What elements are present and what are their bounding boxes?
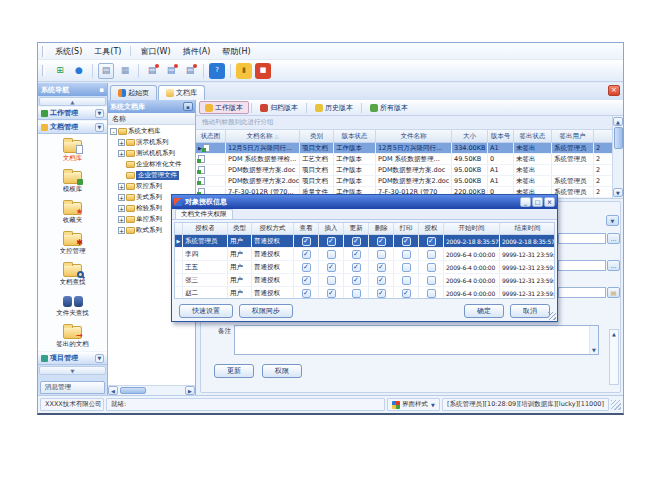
tree-node-双控系列[interactable]: +双控系列 (108, 181, 195, 192)
checkbox-checked[interactable]: ✓ (327, 263, 336, 272)
permission-row[interactable]: 赵二用户普通授权✓✓✓✓2009-6-4 0:00:009999-12-31 2… (175, 287, 554, 299)
menu-item[interactable]: 工具(T) (88, 44, 127, 59)
sidebar-scroll-down-button[interactable]: ▼ (39, 366, 106, 375)
minimize-icon[interactable]: _ (520, 197, 531, 207)
checkbox-unchecked[interactable] (402, 250, 411, 259)
checkbox-checked[interactable]: ✓ (402, 237, 411, 246)
globe-icon[interactable]: ● (71, 63, 87, 79)
tree-node-系统文档库[interactable]: -系统文档库 (108, 126, 195, 137)
tree-expander-icon[interactable]: + (118, 194, 125, 201)
doc-mail-icon[interactable]: ▤ (182, 63, 198, 79)
folder-icon[interactable]: ▤ (98, 63, 114, 79)
checkbox-checked[interactable]: ✓ (327, 289, 336, 298)
tree-node-企业管理文件[interactable]: 企业管理文件 (108, 170, 195, 181)
chevron-icon[interactable]: ▼ (95, 123, 104, 132)
scrollbar-thumb[interactable] (614, 127, 623, 149)
group-by-bar[interactable]: 拖动列标题到此进行分组 (196, 116, 612, 130)
sidebar-item-文控管理[interactable]: ✱文控管理 (38, 229, 107, 260)
permission-button[interactable]: 权限 (262, 364, 302, 378)
column-header-大小[interactable]: 大小 (452, 130, 488, 142)
doc-sync-icon[interactable]: ▤ (163, 63, 179, 79)
tab-所有版本[interactable]: 所有版本 (364, 101, 414, 114)
tree-expander-icon[interactable]: + (118, 227, 125, 234)
permission-sync-button[interactable]: 权限同步 (239, 304, 293, 318)
chevron-down-icon[interactable]: ▼ (95, 354, 104, 363)
form-input[interactable] (558, 260, 606, 271)
column-header-插入[interactable]: 插入 (319, 223, 344, 234)
checkbox-checked[interactable]: ✓ (327, 237, 336, 246)
checkbox-unchecked[interactable] (402, 263, 411, 272)
close-icon[interactable]: × (544, 197, 555, 207)
column-header-签出用户[interactable]: 签出用户 (552, 130, 594, 142)
sidebar-scroll-up-button[interactable]: ▲ (39, 97, 106, 106)
tree-horizontal-scrollbar[interactable]: ◀ ▶ (108, 385, 195, 395)
tree-column-header[interactable]: 名称 (108, 113, 195, 125)
checkbox-checked[interactable]: ✓ (402, 289, 411, 298)
tree-pin-button[interactable]: ▪ (183, 102, 193, 111)
form-input[interactable] (558, 233, 606, 244)
sidebar-item-签出的文档[interactable]: →签出的文档 (38, 322, 107, 351)
column-header-删除[interactable]: 删除 (369, 223, 394, 234)
collapse-panel-button[interactable]: ▼ (606, 215, 619, 226)
checkbox-unchecked[interactable] (327, 250, 336, 259)
scroll-left-icon[interactable]: ◀ (108, 386, 118, 395)
checkbox-checked[interactable]: ✓ (427, 237, 436, 246)
column-header-签出状态[interactable]: 签出状态 (514, 130, 552, 142)
tree-expander-icon[interactable]: + (118, 183, 125, 190)
tab-工作版本[interactable]: 工作版本 (199, 101, 249, 114)
sidebar-item-收藏夹[interactable]: ★收藏夹 (38, 198, 107, 229)
column-header-授权者[interactable]: 授权者 (183, 223, 228, 234)
tab-归档版本[interactable]: 归档版本 (254, 101, 304, 114)
menu-item[interactable]: 窗口(W) (134, 44, 176, 59)
ellipsis-button[interactable]: … (607, 233, 620, 244)
column-header-查看[interactable]: 查看 (294, 223, 319, 234)
checkbox-unchecked[interactable] (327, 276, 336, 285)
remark-textarea[interactable]: ▼ (234, 325, 599, 355)
lock-icon[interactable]: ▮ (236, 63, 252, 79)
sidebar-item-文件夹查找[interactable]: 文件夹查找 (38, 291, 107, 322)
sidebar-group-project[interactable]: 项目管理 ▼ (38, 351, 107, 365)
permission-row[interactable]: 王五用户普通授权✓✓✓✓2009-6-4 0:00:009999-12-31 2… (175, 261, 554, 274)
resize-grip[interactable] (611, 400, 621, 410)
checkbox-unchecked[interactable] (427, 250, 436, 259)
doc-table-row[interactable]: PDM数据整理方案.doc项目文档工作版本PDM数据整理方案.doc95.00K… (196, 165, 612, 176)
tab-起始页[interactable]: 起始页 (110, 85, 157, 100)
tree-node-企业标准化文件[interactable]: 企业标准化文件 (108, 159, 195, 170)
help-icon[interactable]: ? (209, 63, 225, 79)
tree-node-演示机系列[interactable]: +演示机系列 (108, 137, 195, 148)
scroll-right-icon[interactable]: ▶ (185, 386, 195, 395)
checkbox-checked[interactable]: ✓ (377, 276, 386, 285)
column-header-授权方式[interactable]: 授权方式 (252, 223, 294, 234)
checkbox-unchecked[interactable] (427, 289, 436, 298)
update-button[interactable]: 更新 (214, 364, 254, 378)
column-header-文档名称[interactable]: 文档名称△ (226, 130, 300, 142)
checkbox-unchecked[interactable] (377, 250, 386, 259)
chevron-icon[interactable]: ▼ (95, 109, 104, 118)
tab-历史版本[interactable]: 历史版本 (309, 101, 359, 114)
sidebar-item-文档查找[interactable]: 文档查找 (38, 260, 107, 291)
cancel-button[interactable]: 取消 (510, 304, 550, 318)
checkbox-checked[interactable]: ✓ (352, 237, 361, 246)
checkbox-checked[interactable]: ✓ (352, 263, 361, 272)
scrollbar-thumb[interactable] (120, 387, 146, 394)
tree-expander-icon[interactable]: + (118, 216, 125, 223)
exit-icon[interactable]: ■ (255, 63, 271, 79)
doc-new-icon[interactable]: ▤ (144, 63, 160, 79)
sidebar-item-文档库[interactable]: 文档库 (38, 136, 107, 167)
pin-icon[interactable]: ▪ (99, 86, 104, 94)
sidebar-group-1[interactable]: 文档管理▼ (38, 120, 107, 134)
column-header-打印[interactable]: 打印 (394, 223, 419, 234)
checkbox-unchecked[interactable] (427, 263, 436, 272)
dialog-titlebar[interactable]: 对象授权信息 _ □ × (172, 195, 557, 209)
checkbox-unchecked[interactable] (402, 276, 411, 285)
scroll-up-icon[interactable]: ▲ (613, 117, 623, 126)
column-header-类型[interactable]: 类型 (228, 223, 252, 234)
scroll-down-icon[interactable]: ▼ (613, 188, 623, 197)
permission-row[interactable]: 李四用户普通授权✓✓2009-6-4 0:00:009999-12-31 23:… (175, 248, 554, 261)
ui-style-selector[interactable]: 界面样式 ▼ (387, 398, 440, 411)
props-scrollbar[interactable]: ▲ (609, 329, 619, 385)
menu-item[interactable]: 帮助(H) (216, 44, 256, 59)
maximize-icon[interactable]: □ (532, 197, 543, 207)
doc-table-row[interactable]: ▶12月5日万兴隆同行...项目文档工作版本12月5日万兴隆同行...334.0… (196, 143, 612, 154)
tab-文档库[interactable]: 文档库 (158, 85, 205, 100)
